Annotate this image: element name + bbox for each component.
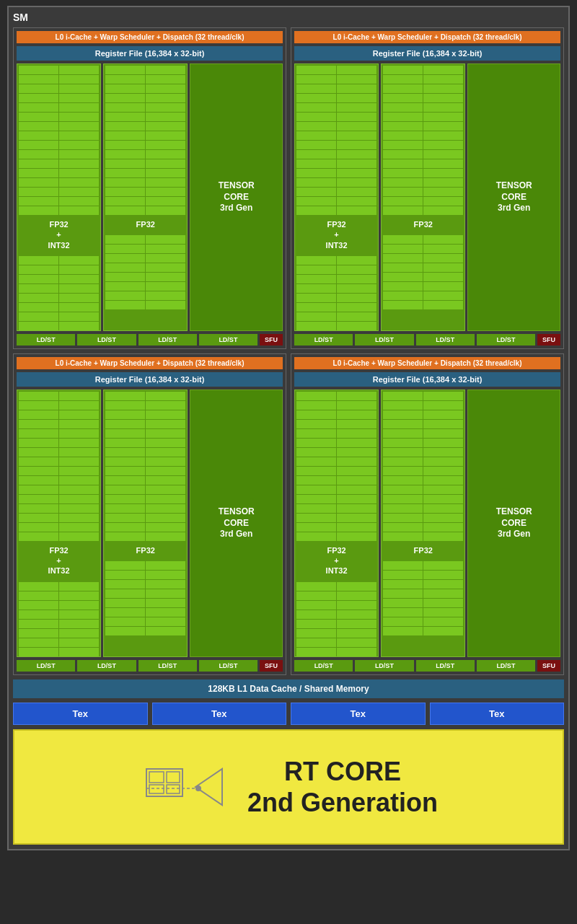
quadrant-3: L0 i-Cache + Warp Scheduler + Dispatch (… xyxy=(13,353,286,675)
fp32-label-2: FP32 xyxy=(382,215,464,234)
cores-section-1: FP32+INT32 FP32 TENSORCORE3rd Gen xyxy=(17,63,283,331)
ldst-5: LD/ST xyxy=(294,334,353,346)
ldst-6: LD/ST xyxy=(355,334,413,346)
ldst-8: LD/ST xyxy=(477,334,535,346)
tex-2: Tex xyxy=(152,703,287,725)
ldst-2: LD/ST xyxy=(77,334,136,346)
tex-row: Tex Tex Tex Tex xyxy=(13,703,564,725)
ldst-13: LD/ST xyxy=(294,660,353,672)
register-file-bar-1: Register File (16,384 x 32-bit) xyxy=(17,46,283,61)
quadrants-grid: L0 i-Cache + Warp Scheduler + Dispatch (… xyxy=(13,27,564,675)
fp32-int32-col-4: FP32+INT32 xyxy=(294,390,379,657)
svg-rect-3 xyxy=(167,772,180,783)
tex-1: Tex xyxy=(13,703,148,725)
sfu-2: SFU xyxy=(537,334,560,346)
bottom-row-1: LD/ST LD/ST LD/ST LD/ST SFU xyxy=(17,334,283,346)
tensor-col-1: TENSORCORE3rd Gen xyxy=(190,63,283,331)
bottom-row-3: LD/ST LD/ST LD/ST LD/ST SFU xyxy=(17,660,283,672)
svg-rect-2 xyxy=(149,785,164,793)
cores-section-2: FP32+INT32 FP32 TENSORCORE3rd Gen xyxy=(294,63,560,331)
rt-icon xyxy=(139,747,226,827)
quadrant-4: L0 i-Cache + Warp Scheduler + Dispatch (… xyxy=(291,353,564,675)
ldst-9: LD/ST xyxy=(17,660,75,672)
l1-cache-bar: 128KB L1 Data Cache / Shared Memory xyxy=(13,679,564,698)
ldst-16: LD/ST xyxy=(477,660,535,672)
l0-cache-bar-3: L0 i-Cache + Warp Scheduler + Dispatch (… xyxy=(17,357,283,369)
fp32-int32-col-1: FP32+INT32 xyxy=(17,63,101,331)
fp32-col-3: FP32 xyxy=(103,390,188,657)
sm-container: SM L0 i-Cache + Warp Scheduler + Dispatc… xyxy=(7,6,570,850)
ldst-4: LD/ST xyxy=(199,334,257,346)
sfu-4: SFU xyxy=(537,660,560,672)
bottom-row-2: LD/ST LD/ST LD/ST LD/ST SFU xyxy=(294,334,560,346)
sm-label: SM xyxy=(13,12,564,23)
ldst-10: LD/ST xyxy=(77,660,136,672)
svg-rect-4 xyxy=(167,785,180,793)
cores-section-4: FP32+INT32 FP32 TENSORCORE3rd Gen xyxy=(294,390,560,657)
sfu-1: SFU xyxy=(260,334,283,346)
fp32-int32-label-3: FP32+INT32 xyxy=(17,541,100,581)
tensor-label-4: TENSORCORE3rd Gen xyxy=(493,501,535,546)
register-file-bar-3: Register File (16,384 x 32-bit) xyxy=(17,372,283,387)
fp32-col-4: FP32 xyxy=(381,390,465,657)
fp32-int32-label-4: FP32+INT32 xyxy=(295,541,378,581)
svg-rect-1 xyxy=(149,772,164,783)
rt-icon-svg xyxy=(139,747,226,827)
fp32-col-2: FP32 xyxy=(381,63,465,331)
tensor-col-4: TENSORCORE3rd Gen xyxy=(467,390,560,657)
tensor-col-3: TENSORCORE3rd Gen xyxy=(190,390,283,657)
quadrant-2: L0 i-Cache + Warp Scheduler + Dispatch (… xyxy=(291,27,564,349)
bottom-row-4: LD/ST LD/ST LD/ST LD/ST SFU xyxy=(294,660,560,672)
ldst-1: LD/ST xyxy=(17,334,75,346)
ldst-15: LD/ST xyxy=(416,660,475,672)
tensor-label-2: TENSORCORE3rd Gen xyxy=(493,175,535,220)
ldst-12: LD/ST xyxy=(199,660,257,672)
l0-cache-bar-2: L0 i-Cache + Warp Scheduler + Dispatch (… xyxy=(294,31,560,43)
cores-section-3: FP32+INT32 FP32 TENSORCORE3rd Gen xyxy=(17,390,283,657)
tensor-label-1: TENSORCORE3rd Gen xyxy=(216,175,257,220)
l0-cache-bar-4: L0 i-Cache + Warp Scheduler + Dispatch (… xyxy=(294,357,560,369)
register-file-bar-4: Register File (16,384 x 32-bit) xyxy=(294,372,560,387)
fp32-int32-col-3: FP32+INT32 xyxy=(17,390,101,657)
fp32-label-4: FP32 xyxy=(382,541,464,560)
l0-cache-bar-1: L0 i-Cache + Warp Scheduler + Dispatch (… xyxy=(17,31,283,43)
fp32-int32-col-2: FP32+INT32 xyxy=(294,63,379,331)
quadrant-1: L0 i-Cache + Warp Scheduler + Dispatch (… xyxy=(13,27,286,349)
rt-core-container: RT CORE2nd Generation xyxy=(13,729,564,845)
fp32-col-1: FP32 xyxy=(103,63,188,331)
tex-4: Tex xyxy=(430,703,565,725)
tensor-col-2: TENSORCORE3rd Gen xyxy=(467,63,560,331)
ldst-14: LD/ST xyxy=(355,660,413,672)
tex-3: Tex xyxy=(291,703,426,725)
ldst-7: LD/ST xyxy=(416,334,475,346)
register-file-bar-2: Register File (16,384 x 32-bit) xyxy=(294,46,560,61)
ldst-3: LD/ST xyxy=(138,334,197,346)
fp32-label-1: FP32 xyxy=(104,215,187,234)
fp32-label-3: FP32 xyxy=(104,541,187,560)
tensor-label-3: TENSORCORE3rd Gen xyxy=(216,501,257,546)
ldst-11: LD/ST xyxy=(138,660,197,672)
fp32-int32-label-1: FP32+INT32 xyxy=(17,215,100,255)
rt-core-label: RT CORE2nd Generation xyxy=(247,756,438,818)
fp32-int32-label-2: FP32+INT32 xyxy=(295,215,378,255)
sfu-3: SFU xyxy=(260,660,283,672)
